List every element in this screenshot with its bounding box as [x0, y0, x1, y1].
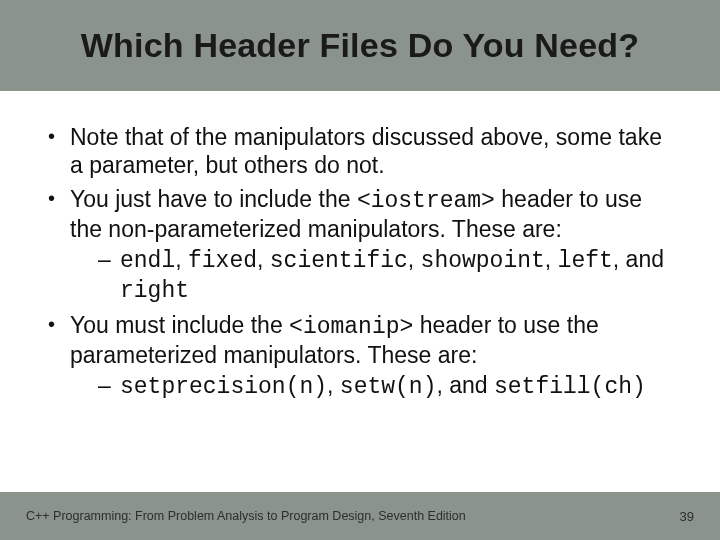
bullet-3-sublist: setprecision(n), setw(n), and setfill(ch… [70, 371, 676, 401]
sep: , [327, 372, 340, 398]
left-code: left [558, 248, 613, 274]
bullet-3: You must include the <iomanip> header to… [44, 311, 676, 401]
setfill-code: setfill(ch) [494, 374, 646, 400]
bullet-2-sub: endl, fixed, scientific, showpoint, left… [98, 245, 676, 305]
iostream-code: <iostream> [357, 188, 495, 214]
sep: , [175, 246, 188, 272]
showpoint-code: showpoint [421, 248, 545, 274]
bullet-2-pre: You just have to include the [70, 186, 357, 212]
bullet-1: Note that of the manipulators discussed … [44, 123, 676, 179]
title-band: Which Header Files Do You Need? [0, 0, 720, 91]
fixed-code: fixed [188, 248, 257, 274]
page-number: 39 [680, 509, 694, 524]
setprecision-code: setprecision(n) [120, 374, 327, 400]
setw-code: setw(n) [340, 374, 437, 400]
sep: , [545, 246, 558, 272]
bullet-2: You just have to include the <iostream> … [44, 185, 676, 305]
sep: , [408, 246, 421, 272]
bullet-1-text: Note that of the manipulators discussed … [70, 124, 662, 178]
footer-text: C++ Programming: From Problem Analysis t… [26, 509, 466, 523]
iomanip-code: <iomanip> [289, 314, 413, 340]
endl-code: endl [120, 248, 175, 274]
bullet-2-sublist: endl, fixed, scientific, showpoint, left… [70, 245, 676, 305]
scientific-code: scientific [270, 248, 408, 274]
bullet-3-sub: setprecision(n), setw(n), and setfill(ch… [98, 371, 676, 401]
sep: , and [613, 246, 664, 272]
slide-title: Which Header Files Do You Need? [40, 26, 680, 65]
sep: , [257, 246, 270, 272]
slide: Which Header Files Do You Need? Note tha… [0, 0, 720, 540]
bullet-list: Note that of the manipulators discussed … [44, 123, 676, 401]
footer-band: C++ Programming: From Problem Analysis t… [0, 492, 720, 540]
bullet-3-pre: You must include the [70, 312, 289, 338]
sep: , and [436, 372, 494, 398]
right-code: right [120, 278, 189, 304]
slide-body: Note that of the manipulators discussed … [0, 91, 720, 401]
